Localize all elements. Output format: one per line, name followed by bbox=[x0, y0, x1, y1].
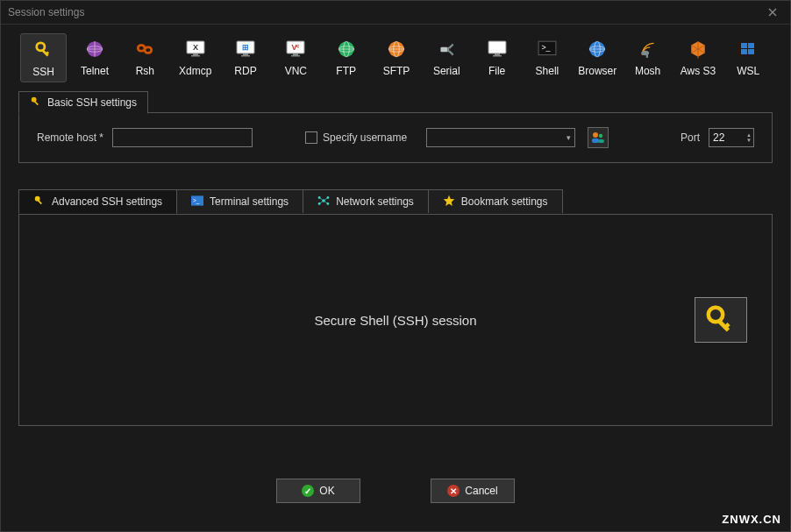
key-small-icon bbox=[33, 195, 46, 209]
satellite-icon bbox=[636, 39, 660, 60]
plug-icon bbox=[434, 39, 459, 60]
win-logo-icon bbox=[736, 39, 760, 60]
secondary-tab-content: Secure Shell (SSH) session bbox=[18, 214, 773, 426]
svg-rect-31 bbox=[488, 41, 506, 53]
cancel-label: Cancel bbox=[465, 485, 497, 497]
session-type-xdmcp[interactable]: XXdmcp bbox=[173, 33, 217, 82]
monitor-x-icon: X bbox=[183, 39, 208, 60]
session-type-label: Mosh bbox=[635, 65, 660, 77]
session-type-shell[interactable]: >_Shell bbox=[524, 33, 569, 82]
svg-text:X: X bbox=[193, 43, 198, 52]
svg-line-29 bbox=[450, 45, 453, 48]
session-type-label: Xdmcp bbox=[179, 65, 211, 77]
session-type-file[interactable]: File bbox=[474, 33, 519, 82]
remote-host-label: Remote host * bbox=[37, 131, 103, 144]
svg-rect-44 bbox=[741, 49, 747, 54]
svg-point-62 bbox=[709, 308, 723, 323]
session-type-badge bbox=[695, 297, 747, 343]
session-type-rsh[interactable]: Rsh bbox=[123, 33, 167, 82]
session-type-label: SFTP bbox=[383, 65, 410, 77]
chain-icon bbox=[132, 39, 157, 60]
check-icon: ✓ bbox=[302, 485, 314, 497]
session-type-label: Shell bbox=[536, 65, 559, 77]
close-icon[interactable] bbox=[762, 2, 783, 23]
tab-adv[interactable]: Advanced SSH settings bbox=[18, 189, 177, 214]
terminal-small-icon: >_ bbox=[191, 195, 203, 209]
session-settings-window: Session settings SSHTelnetRshXXdmcp⊞RDPV… bbox=[0, 0, 791, 532]
svg-rect-8 bbox=[193, 53, 198, 55]
users-icon bbox=[591, 131, 605, 144]
manage-users-button[interactable] bbox=[588, 127, 609, 148]
globe-blue-icon bbox=[585, 39, 609, 60]
svg-text:⊞: ⊞ bbox=[242, 43, 249, 52]
session-type-label: SSH bbox=[32, 66, 54, 78]
port-label: Port bbox=[681, 131, 700, 144]
session-type-label: WSL bbox=[737, 65, 759, 77]
session-type-sftp[interactable]: SFTP bbox=[374, 33, 418, 82]
svg-rect-53 bbox=[38, 199, 42, 203]
session-type-serial[interactable]: Serial bbox=[424, 33, 469, 82]
username-combo[interactable]: ▾ bbox=[426, 128, 575, 147]
tab-net[interactable]: Network settings bbox=[303, 189, 429, 213]
svg-rect-45 bbox=[748, 49, 754, 54]
session-type-aws[interactable]: Aws S3 bbox=[675, 33, 720, 82]
specify-username-label: Specify username bbox=[323, 131, 407, 144]
session-type-label: FTP bbox=[336, 65, 356, 77]
basic-settings-panel: Remote host * Specify username ▾ Port 22… bbox=[18, 112, 773, 163]
session-type-ftp[interactable]: FTP bbox=[324, 33, 368, 82]
tab-label: Terminal settings bbox=[210, 195, 289, 208]
tab-bm[interactable]: Bookmark settings bbox=[428, 189, 563, 213]
dialog-footer: ✓ OK ✕ Cancel bbox=[1, 479, 790, 503]
session-type-rdp[interactable]: ⊞RDP bbox=[223, 33, 267, 82]
port-input[interactable]: 22 ▲▼ bbox=[709, 128, 754, 147]
monitor-file-icon bbox=[485, 39, 510, 60]
checkbox-icon bbox=[305, 131, 317, 144]
session-type-label: File bbox=[488, 65, 505, 77]
remote-host-input[interactable] bbox=[112, 128, 253, 147]
session-type-vnc[interactable]: VᶜVNC bbox=[274, 33, 318, 82]
ok-button[interactable]: ✓ OK bbox=[276, 479, 360, 503]
svg-rect-16 bbox=[293, 53, 298, 55]
window-title: Session settings bbox=[8, 6, 762, 18]
svg-point-48 bbox=[593, 132, 598, 138]
session-type-mosh[interactable]: Mosh bbox=[625, 33, 670, 82]
monitor-win-icon: ⊞ bbox=[233, 39, 258, 60]
specify-username-checkbox[interactable]: Specify username bbox=[305, 131, 407, 144]
session-type-wsl[interactable]: WSL bbox=[726, 33, 771, 82]
ok-label: OK bbox=[319, 485, 334, 497]
svg-line-30 bbox=[450, 51, 453, 54]
key-icon bbox=[705, 304, 737, 336]
svg-point-50 bbox=[599, 134, 602, 138]
svg-rect-49 bbox=[592, 138, 599, 143]
basic-settings-tab: Basic SSH settings bbox=[18, 91, 148, 114]
session-type-label: Serial bbox=[433, 65, 460, 77]
session-type-browser[interactable]: Browser bbox=[575, 33, 620, 82]
session-type-telnet[interactable]: Telnet bbox=[72, 33, 117, 82]
network-small-icon bbox=[317, 195, 330, 209]
svg-text:Vᶜ: Vᶜ bbox=[292, 43, 300, 52]
globe-orange-icon bbox=[384, 39, 409, 60]
aws-icon bbox=[686, 39, 710, 60]
session-type-ssh[interactable]: SSH bbox=[20, 33, 67, 82]
port-value: 22 bbox=[713, 131, 724, 144]
tab-label: Advanced SSH settings bbox=[52, 195, 162, 208]
chevron-down-icon: ▾ bbox=[567, 133, 571, 142]
port-spinner[interactable]: ▲▼ bbox=[746, 132, 752, 143]
tab-term[interactable]: >_Terminal settings bbox=[176, 189, 303, 213]
basic-settings-label: Basic SSH settings bbox=[47, 96, 137, 109]
globe-green-icon bbox=[334, 39, 359, 60]
terminal-icon: >_ bbox=[535, 39, 559, 60]
svg-rect-33 bbox=[493, 55, 502, 57]
titlebar: Session settings bbox=[1, 1, 790, 25]
watermark: ZNWX.CN bbox=[722, 513, 781, 526]
cancel-button[interactable]: ✕ Cancel bbox=[431, 479, 515, 503]
secondary-tabs: Advanced SSH settings>_Terminal settings… bbox=[18, 189, 773, 214]
cancel-icon: ✕ bbox=[447, 485, 460, 497]
svg-point-52 bbox=[35, 195, 40, 201]
svg-text:>_: >_ bbox=[541, 43, 550, 52]
svg-rect-41 bbox=[645, 54, 647, 58]
svg-rect-13 bbox=[241, 55, 250, 57]
svg-rect-47 bbox=[34, 100, 39, 104]
key-icon bbox=[30, 96, 42, 110]
tab-label: Network settings bbox=[336, 195, 414, 208]
